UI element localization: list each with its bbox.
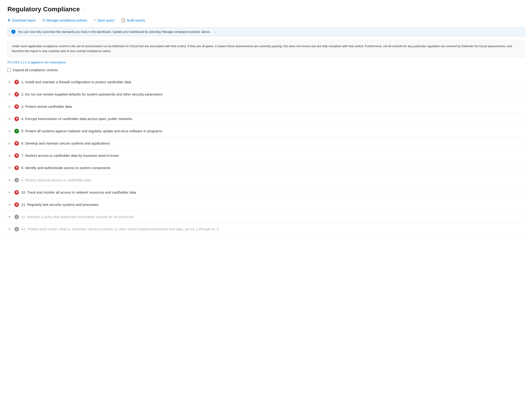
status-icon-13 (14, 227, 19, 232)
query-icon: ⑂ (94, 18, 96, 23)
compliance-item-3[interactable]: ∨3. Protect stored cardholder data (8, 101, 524, 113)
compliance-item-label-6: 6. Develop and maintain secure systems a… (21, 141, 110, 145)
page-title-container: Regulatory Compliance ··· (8, 6, 524, 13)
compliance-list: ∨1. Install and maintain a firewall conf… (8, 76, 524, 235)
status-icon-12 (14, 215, 19, 219)
description-box: Under each applicable compliance control… (8, 40, 524, 57)
compliance-item-13[interactable]: ∨A1. Protect each entity's (that is, mer… (8, 223, 524, 235)
status-icon-6 (14, 141, 19, 146)
compliance-item-7[interactable]: ∨7. Restrict access to cardholder data b… (8, 150, 524, 162)
compliance-item-6[interactable]: ∨6. Develop and maintain secure systems … (8, 137, 524, 150)
ellipsis-menu[interactable]: ··· (83, 7, 88, 12)
chevron-icon: ∨ (8, 117, 12, 120)
chevron-icon: ∨ (8, 215, 12, 219)
manage-icon: ⊙ (42, 18, 45, 23)
open-query-label: Open query (97, 18, 114, 22)
compliance-item-label-10: 10. Track and monitor all access to netw… (21, 190, 136, 194)
status-icon-5 (14, 129, 19, 133)
banner-text: You can now fully customize the standard… (18, 30, 210, 33)
status-icon-3 (14, 104, 19, 109)
chevron-icon: ∨ (8, 178, 12, 182)
audit-reports-label: Audit reports (127, 18, 145, 22)
expand-all-row: Expand all compliance controls (8, 68, 524, 72)
status-icon-7 (14, 153, 19, 158)
open-query-button[interactable]: ⑂ Open query (94, 17, 114, 23)
compliance-item-label-12: 12. Maintain a policy that addresses inf… (21, 215, 133, 219)
expand-all-label: Expand all compliance controls (13, 68, 58, 72)
status-icon-11 (14, 202, 19, 207)
compliance-item-4[interactable]: ∨4. Encrypt transmission of cardholder d… (8, 113, 524, 125)
status-icon-4 (14, 117, 19, 121)
pci-link[interactable]: PCI DSS 3.2.1 is applied to the subscrip… (8, 61, 66, 64)
chevron-icon: ∨ (8, 141, 12, 145)
compliance-item-8[interactable]: ∨8. Identify and authenticate access to … (8, 162, 524, 174)
chevron-icon: ∨ (8, 227, 12, 231)
toolbar: ⬇ Download report ⊙ Manage compliance po… (8, 17, 524, 23)
compliance-item-label-7: 7. Restrict access to cardholder data by… (21, 154, 119, 157)
download-report-label: Download report (12, 18, 36, 22)
info-icon: i (11, 30, 16, 34)
compliance-item-12[interactable]: ∨12. Maintain a policy that addresses in… (8, 211, 524, 223)
compliance-item-10[interactable]: ∨10. Track and monitor all access to net… (8, 186, 524, 199)
compliance-item-label-2: 2. Do not use vendor-supplied defaults f… (21, 92, 162, 96)
manage-compliance-button[interactable]: ⊙ Manage compliance policies (42, 17, 87, 23)
expand-all-checkbox[interactable] (8, 68, 11, 72)
chevron-icon: ∨ (8, 203, 12, 206)
chevron-icon: ∨ (8, 129, 12, 133)
compliance-item-2[interactable]: ∨2. Do not use vendor-supplied defaults … (8, 88, 524, 101)
compliance-item-label-13: A1. Protect each entity's (that is, merc… (21, 227, 219, 231)
chevron-icon: ∨ (8, 80, 12, 84)
compliance-item-5[interactable]: ∨5. Protect all systems against malware … (8, 125, 524, 137)
manage-compliance-label: Manage compliance policies (47, 18, 87, 22)
status-icon-9 (14, 178, 19, 182)
compliance-item-label-5: 5. Protect all systems against malware a… (21, 129, 163, 133)
audit-icon: 📋 (121, 18, 125, 23)
download-icon: ⬇ (8, 18, 10, 23)
compliance-item-label-3: 3. Protect stored cardholder data (21, 104, 72, 109)
compliance-item-11[interactable]: ∨11. Regularly test security systems and… (8, 199, 524, 211)
status-icon-10 (14, 190, 19, 195)
compliance-item-label-8: 8. Identify and authenticate access to s… (21, 166, 110, 170)
chevron-icon: ∨ (8, 93, 12, 96)
compliance-item-9[interactable]: ∨9. Restrict physical access to cardhold… (8, 174, 524, 186)
info-banner: i You can now fully customize the standa… (8, 27, 524, 36)
status-icon-2 (14, 92, 19, 97)
compliance-item-label-4: 4. Encrypt transmission of cardholder da… (21, 117, 133, 121)
chevron-icon: ∨ (8, 105, 12, 108)
chevron-icon: ∨ (8, 154, 12, 157)
compliance-item-1[interactable]: ∨1. Install and maintain a firewall conf… (8, 76, 524, 88)
compliance-item-label-1: 1. Install and maintain a firewall confi… (21, 80, 131, 84)
page-title: Regulatory Compliance (8, 6, 80, 13)
download-report-button[interactable]: ⬇ Download report (8, 17, 36, 23)
status-icon-1 (14, 80, 19, 84)
compliance-item-label-11: 11. Regularly test security systems and … (21, 203, 98, 206)
status-icon-8 (14, 165, 19, 170)
banner-arrow[interactable]: → (214, 30, 217, 33)
chevron-icon: ∨ (8, 191, 12, 194)
chevron-icon: ∨ (8, 166, 12, 170)
audit-reports-button[interactable]: 📋 Audit reports (121, 17, 145, 23)
compliance-item-label-9: 9. Restrict physical access to cardholde… (21, 178, 91, 182)
description-text: Under each applicable compliance control… (12, 44, 512, 53)
